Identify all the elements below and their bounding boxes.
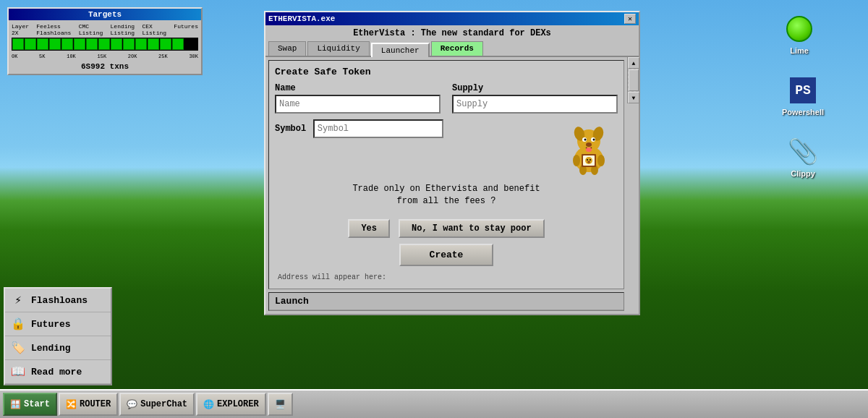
extra-icon: 🖥️ — [275, 399, 286, 410]
readmore-label: Read more — [31, 367, 82, 378]
start-icon: 🪟 — [10, 399, 21, 410]
targets-title: Targets — [9, 9, 201, 20]
scroll-up-arrow[interactable]: ▲ — [628, 57, 639, 69]
targets-column-labels: Layer2X FeelessFlashloans CMCListing Len… — [12, 23, 198, 36]
taskbar-extra[interactable]: 🖥️ — [268, 393, 293, 416]
tab-records[interactable]: Records — [431, 41, 483, 56]
window-titlebar: ETHERVISTA.exe ✕ — [265, 12, 639, 25]
lending-icon: 🏷️ — [11, 341, 25, 355]
desktop-icon-clippy[interactable]: 📎 Clippy — [778, 137, 828, 178]
window-title: ETHERVISTA.exe — [268, 14, 335, 23]
window-subtitle: EtherVista : The new standard for DEXs — [265, 25, 639, 41]
symbol-label: Symbol — [275, 124, 306, 134]
targets-widget: Targets Layer2X FeelessFlashloans CMCLis… — [7, 7, 203, 75]
taskbar-router[interactable]: 🔀 ROUTER — [59, 393, 118, 416]
sidebar-item-futures[interactable]: 🔒 Futures — [5, 312, 111, 336]
explorer-icon: 🌐 — [203, 399, 214, 410]
svg-point-6 — [584, 139, 587, 141]
window-scrollbar[interactable]: ▲ ▼ — [627, 57, 639, 103]
no-button[interactable]: No, I want to stay poor — [399, 219, 545, 238]
launch-header: Launch — [269, 293, 624, 310]
launch-section: Launch — [268, 292, 624, 311]
scroll-down-arrow[interactable]: ▼ — [628, 92, 639, 103]
create-token-title: Create Safe Token — [275, 67, 618, 77]
flashloans-icon: ⚡ — [11, 293, 25, 307]
tab-liquidity[interactable]: Liquidity — [307, 41, 369, 56]
tabs-bar: Swap Liquidity Launcher Records — [265, 41, 639, 57]
supply-field-group: Supply — [452, 83, 618, 114]
futures-label: Futures — [31, 319, 71, 330]
clippy-label: Clippy — [791, 169, 815, 178]
superchat-label: SuperChat — [140, 399, 187, 409]
yes-button[interactable]: Yes — [348, 219, 390, 238]
powershell-icon: PS — [788, 76, 817, 105]
targets-scale-labels: 0K 5K 10K 15K 20K 25K 30K — [12, 54, 198, 59]
explorer-label: EXPLORER — [217, 399, 259, 409]
tab-swap[interactable]: Swap — [268, 41, 306, 56]
name-supply-row: Name Supply — [275, 83, 618, 114]
svg-point-10 — [573, 155, 580, 166]
left-panel: ⚡ Flashloans 🔒 Futures 🏷️ Lending 📖 Read… — [4, 287, 112, 385]
powershell-label: Powershell — [782, 108, 824, 116]
name-label: Name — [275, 83, 441, 93]
create-token-section: Create Safe Token Name Supply Symbol — [268, 60, 624, 289]
targets-body: Layer2X FeelessFlashloans CMCListing Len… — [9, 20, 201, 74]
start-button[interactable]: 🪟 Start — [3, 393, 57, 416]
name-input[interactable] — [275, 95, 441, 114]
svg-point-7 — [593, 139, 595, 141]
clippy-icon: 📎 — [788, 137, 817, 166]
ethervista-window: ETHERVISTA.exe ✕ EtherVista : The new st… — [264, 11, 640, 315]
supply-input[interactable] — [452, 95, 618, 114]
yes-no-buttons: Yes No, I want to stay poor — [275, 219, 618, 238]
lending-label: Lending — [31, 343, 71, 354]
scroll-thumb[interactable] — [629, 69, 639, 91]
create-button[interactable]: Create — [399, 244, 494, 266]
symbol-dog-row: Symbol — [275, 119, 618, 177]
svg-point-19 — [587, 161, 590, 163]
window-close-button[interactable]: ✕ — [624, 14, 636, 24]
scroll-track — [628, 69, 639, 92]
sidebar-item-readmore[interactable]: 📖 Read more — [5, 360, 111, 384]
futures-icon: 🔒 — [11, 317, 25, 331]
taskbar-superchat[interactable]: 💬 SuperChat — [119, 393, 195, 416]
desktop-icon-powershell[interactable]: PS Powershell — [778, 76, 828, 116]
create-button-row: Create — [275, 244, 618, 266]
sidebar-item-flashloans[interactable]: ⚡ Flashloans — [5, 289, 111, 312]
flashloans-label: Flashloans — [31, 295, 88, 306]
targets-progress-bar — [12, 38, 198, 51]
main-content: Create Safe Token Name Supply Symbol — [265, 57, 627, 314]
window-body: Create Safe Token Name Supply Symbol — [265, 57, 639, 314]
start-label: Start — [24, 399, 50, 409]
svg-point-11 — [597, 155, 605, 166]
superchat-icon: 💬 — [127, 399, 137, 410]
svg-point-18 — [590, 159, 591, 161]
symbol-input[interactable] — [313, 119, 443, 138]
svg-point-8 — [586, 142, 592, 147]
desktop-icon-lime[interactable]: Lime — [774, 14, 825, 55]
taskbar: 🪟 Start 🔀 ROUTER 💬 SuperChat 🌐 EXPLORER … — [0, 389, 868, 418]
lime-icon — [785, 14, 814, 43]
taskbar-explorer[interactable]: 🌐 EXPLORER — [196, 393, 266, 416]
trade-message: Trade only on Ethervista and benefit fro… — [275, 177, 618, 213]
tab-launcher[interactable]: Launcher — [371, 43, 430, 57]
symbol-field-group: Symbol — [275, 119, 548, 138]
dog-mascot — [560, 119, 618, 177]
svg-point-17 — [587, 159, 588, 161]
supply-label: Supply — [452, 83, 618, 93]
sidebar-item-lending[interactable]: 🏷️ Lending — [5, 336, 111, 360]
router-icon: 🔀 — [66, 399, 77, 410]
router-label: ROUTER — [80, 399, 111, 409]
lime-label: Lime — [790, 46, 809, 55]
readmore-icon: 📖 — [11, 364, 25, 379]
svg-point-9 — [586, 148, 592, 152]
name-field-group: Name — [275, 83, 441, 114]
address-display: Address will appear here: — [275, 272, 618, 283]
targets-txns-count: 6S992 txns — [12, 62, 198, 71]
